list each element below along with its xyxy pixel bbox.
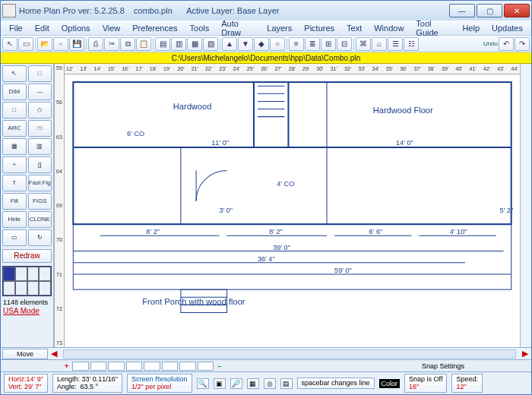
horizontal-scrollbar[interactable] xyxy=(63,349,516,359)
menu-autodraw[interactable]: Auto Draw xyxy=(216,18,260,38)
layer-tab-6[interactable] xyxy=(162,362,179,371)
print-icon[interactable]: ⎙ xyxy=(88,37,103,51)
paste-icon[interactable]: 📋 xyxy=(136,37,151,51)
select-rect-icon[interactable]: ▭ xyxy=(18,37,33,51)
ltool-fastfig[interactable]: Fast Fig xyxy=(28,175,52,191)
menu-options[interactable]: Options xyxy=(56,23,96,33)
tool-m-icon[interactable]: ⌘ xyxy=(356,37,371,51)
scroll-left-icon[interactable]: ◀ xyxy=(48,349,60,359)
tool-e-icon[interactable]: ▲ xyxy=(222,37,237,51)
redraw-button[interactable]: Redraw xyxy=(2,249,52,263)
svg-text:11' 0": 11' 0" xyxy=(211,139,229,147)
menu-layers[interactable]: Layers xyxy=(261,23,297,33)
new-icon[interactable]: ▫ xyxy=(53,37,68,51)
ltool-hide[interactable]: Hide xyxy=(2,211,27,228)
copy-icon[interactable]: ⧉ xyxy=(120,37,135,51)
tool-c-icon[interactable]: ▦ xyxy=(187,37,202,51)
undo-icon[interactable]: ↶ xyxy=(499,37,514,51)
ltool-clone[interactable]: CLONE xyxy=(28,211,52,228)
color-palette[interactable] xyxy=(2,266,52,296)
layer-tab-1[interactable] xyxy=(72,362,89,371)
color-button[interactable]: Color xyxy=(379,379,401,388)
tool-n-icon[interactable]: ⌂ xyxy=(372,37,387,51)
menu-window[interactable]: Window xyxy=(369,23,409,33)
menu-help[interactable]: Help xyxy=(457,23,485,33)
menu-tools[interactable]: Tools xyxy=(185,23,215,33)
misc-icon[interactable]: ▤ xyxy=(280,378,293,389)
minus-icon[interactable]: – xyxy=(214,362,224,370)
tool-o-icon[interactable]: ☰ xyxy=(388,37,403,51)
ltool-rect[interactable]: □ xyxy=(28,65,52,82)
menu-preferences[interactable]: Preferences xyxy=(127,23,182,33)
svg-text:Hardwood: Hardwood xyxy=(173,102,212,111)
ltool-10[interactable]: ▥ xyxy=(28,138,52,155)
close-button[interactable]: ✕ xyxy=(504,4,530,17)
ltool-20[interactable]: ↻ xyxy=(28,229,52,246)
ltool-5[interactable]: □ xyxy=(2,102,27,118)
ltool-9[interactable]: ▦ xyxy=(2,138,27,155)
layer-tab-7[interactable] xyxy=(179,362,196,371)
tool-k-icon[interactable]: ⊞ xyxy=(321,37,336,51)
tool-j-icon[interactable]: ≣ xyxy=(305,37,320,51)
main-toolbar: ↖ ▭ 📂 ▫ 💾 ⎙ ✂ ⧉ 📋 ▤ ▥ ▦ ▧ ▲ ▼ ◆ ○ ≡ ≣ ⊞ … xyxy=(1,36,531,52)
ltool-dim[interactable]: DIM xyxy=(2,84,27,100)
file-name: combo.pln xyxy=(134,6,173,15)
tool-f-icon[interactable]: ▼ xyxy=(238,37,253,51)
menu-edit[interactable]: Edit xyxy=(30,23,55,33)
layer-tab-5[interactable] xyxy=(144,362,160,371)
move-button[interactable]: Move xyxy=(2,349,48,359)
ltool-arc[interactable]: ARC xyxy=(2,120,27,137)
usa-mode[interactable]: USA Mode xyxy=(1,307,53,315)
target-icon[interactable]: ◎ xyxy=(264,378,276,389)
ltool-figs[interactable]: FIGS xyxy=(28,193,52,210)
layer-tab-4[interactable] xyxy=(126,362,143,371)
ltool-fill[interactable]: Fill xyxy=(2,193,27,210)
zoom-out-icon[interactable]: 🔍 xyxy=(197,378,209,389)
grid-icon[interactable]: ▦ xyxy=(247,378,259,389)
app-icon xyxy=(2,4,16,17)
ltool-6[interactable]: ◇ xyxy=(28,102,52,118)
tool-p-icon[interactable]: ☷ xyxy=(404,37,419,51)
menu-file[interactable]: File xyxy=(4,23,28,33)
minimize-button[interactable]: — xyxy=(449,4,475,17)
pointer-icon[interactable]: ↖ xyxy=(2,37,17,51)
menu-toolguide[interactable]: Tool Guide xyxy=(410,18,455,38)
ltool-12[interactable]: [] xyxy=(28,156,52,173)
ltool-line[interactable]: — xyxy=(28,84,52,100)
layer-tab-8[interactable] xyxy=(198,362,214,371)
vertical-scrollbar[interactable] xyxy=(520,64,531,347)
scroll-right-icon[interactable]: ▶ xyxy=(519,349,531,359)
menu-pictures[interactable]: Pictures xyxy=(299,23,340,33)
tool-d-icon[interactable]: ▧ xyxy=(203,37,218,51)
tool-l-icon[interactable]: ⊟ xyxy=(337,37,352,51)
tool-b-icon[interactable]: ▥ xyxy=(171,37,186,51)
layer-tab-3[interactable] xyxy=(108,362,125,371)
save-icon[interactable]: 💾 xyxy=(69,37,84,51)
ltool-pointer[interactable]: ↖ xyxy=(2,65,27,82)
tab-row: + – Snap Settings xyxy=(1,359,531,371)
tool-a-icon[interactable]: ▤ xyxy=(155,37,170,51)
ltool-11[interactable]: + xyxy=(2,156,27,173)
maximize-button[interactable]: ▢ xyxy=(477,4,502,17)
snap-status[interactable]: Snap is Off 16" xyxy=(404,374,447,393)
ltool-text[interactable]: T xyxy=(2,175,27,191)
tool-h-icon[interactable]: ○ xyxy=(270,37,285,51)
ltool-19[interactable]: ▭ xyxy=(2,229,27,246)
menu-text[interactable]: Text xyxy=(341,23,367,33)
zoom-in-icon[interactable]: 🔎 xyxy=(230,378,242,389)
snap-settings[interactable]: Snap Settings xyxy=(416,362,470,370)
tool-i-icon[interactable]: ≡ xyxy=(289,37,304,51)
tool-g-icon[interactable]: ◆ xyxy=(254,37,269,51)
layer-tab-2[interactable] xyxy=(90,362,107,371)
redo-icon[interactable]: ↷ xyxy=(515,37,530,51)
open-icon[interactable]: 📂 xyxy=(37,37,52,51)
cut-icon[interactable]: ✂ xyxy=(104,37,119,51)
undo-label: Undo xyxy=(483,40,498,47)
canvas[interactable]: Hardwood Hardwood Floor 6' CO 4' CO 11' … xyxy=(65,74,520,347)
svg-text:3' 0": 3' 0" xyxy=(219,207,233,214)
ltool-ellipse[interactable]: ⬭ xyxy=(28,120,52,137)
zoom-fit-icon[interactable]: ▣ xyxy=(214,378,226,389)
menu-view[interactable]: View xyxy=(97,23,126,33)
plus-icon[interactable]: + xyxy=(62,362,71,370)
menu-updates[interactable]: Updates xyxy=(486,23,528,33)
